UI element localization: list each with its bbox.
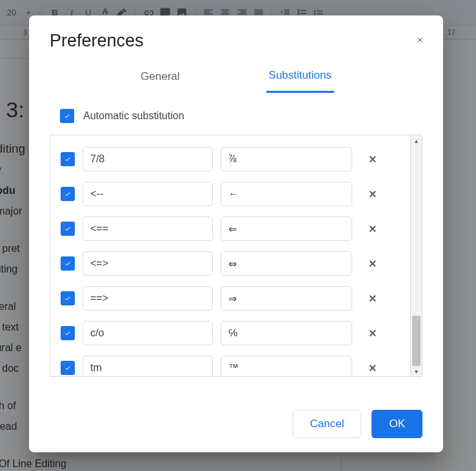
row-enable-checkbox[interactable] — [61, 291, 75, 305]
substitution-row: ✕ — [61, 211, 404, 246]
close-button[interactable] — [412, 32, 428, 48]
row-enable-checkbox[interactable] — [61, 361, 75, 375]
row-enable-checkbox[interactable] — [61, 187, 75, 201]
preferences-dialog: Preferences General Substitutions Automa… — [29, 15, 443, 452]
check-icon — [64, 293, 71, 303]
remove-row-button[interactable]: ✕ — [364, 360, 381, 376]
remove-row-button[interactable]: ✕ — [364, 290, 381, 307]
check-icon — [64, 189, 71, 199]
row-enable-checkbox[interactable] — [61, 222, 75, 236]
with-input[interactable] — [221, 321, 352, 345]
substitution-row: ✕ — [61, 316, 404, 351]
tab-substitutions[interactable]: Substitutions — [266, 69, 334, 93]
tab-general[interactable]: General — [138, 69, 182, 93]
row-enable-checkbox[interactable] — [61, 152, 75, 166]
tabs: General Substitutions — [50, 69, 422, 93]
remove-row-button[interactable]: ✕ — [364, 255, 381, 272]
substitution-row: ✕ — [61, 142, 404, 177]
with-input[interactable] — [221, 251, 352, 276]
with-input[interactable] — [221, 182, 352, 206]
remove-row-button[interactable]: ✕ — [364, 151, 381, 168]
with-input[interactable] — [221, 216, 352, 241]
close-icon — [416, 34, 424, 46]
with-input[interactable] — [221, 286, 352, 311]
replace-input[interactable] — [83, 356, 213, 376]
with-input[interactable] — [221, 356, 352, 376]
row-enable-checkbox[interactable] — [61, 326, 75, 340]
dialog-title: Preferences — [50, 31, 422, 51]
scroll-up-icon[interactable]: ▴ — [411, 135, 422, 146]
substitution-row: ✕ — [61, 351, 404, 376]
check-icon — [64, 111, 70, 121]
replace-input[interactable] — [83, 321, 213, 345]
row-enable-checkbox[interactable] — [61, 256, 75, 271]
replace-input[interactable] — [83, 147, 213, 171]
substitution-row: ✕ — [61, 246, 404, 281]
substitution-row: ✕ — [61, 281, 404, 316]
check-icon — [64, 363, 71, 373]
check-icon — [64, 154, 71, 164]
scroll-down-icon[interactable]: ▾ — [411, 366, 422, 376]
scrollbar-thumb[interactable] — [412, 316, 421, 366]
ok-button[interactable]: OK — [372, 410, 422, 438]
remove-row-button[interactable]: ✕ — [364, 220, 381, 237]
replace-input[interactable] — [83, 182, 213, 206]
replace-input[interactable] — [83, 216, 213, 241]
substitutions-table: ✕✕✕✕✕✕✕ ▴ ▾ — [50, 135, 422, 377]
remove-row-button[interactable]: ✕ — [364, 325, 381, 341]
automatic-substitution-checkbox[interactable] — [60, 109, 74, 123]
remove-row-button[interactable]: ✕ — [364, 186, 381, 202]
check-icon — [64, 224, 71, 234]
check-icon — [64, 328, 71, 338]
automatic-substitution-label: Automatic substitution — [83, 110, 184, 122]
scrollbar[interactable]: ▴ ▾ — [410, 135, 422, 376]
substitution-row: ✕ — [61, 177, 404, 211]
check-icon — [64, 258, 71, 269]
replace-input[interactable] — [83, 286, 213, 311]
replace-input[interactable] — [83, 251, 213, 276]
with-input[interactable] — [221, 147, 352, 171]
cancel-button[interactable]: Cancel — [293, 410, 362, 438]
